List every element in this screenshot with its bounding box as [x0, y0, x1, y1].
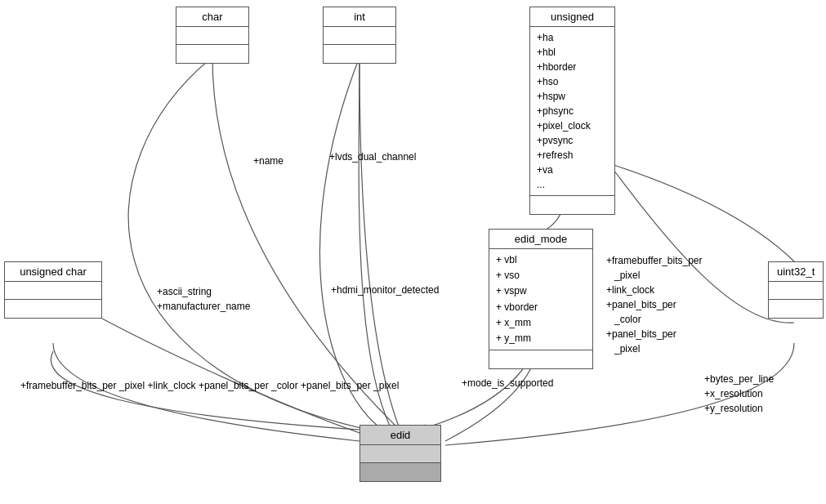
edid-mode-section-2	[489, 350, 592, 368]
uint32t-box: uint32_t	[768, 261, 824, 319]
char-section-2	[176, 45, 248, 63]
edid-mode-section-attrs: + vbl+ vso+ vspw+ vborder+ x_mm+ y_mm	[489, 249, 592, 350]
edid-box: edid	[359, 425, 441, 482]
label-name: +name	[253, 155, 284, 167]
label-mode-supported: +framebuffer_bits_per _pixel +link_clock…	[20, 380, 399, 391]
label-mode: +mode_is_supported	[462, 377, 553, 389]
unsigned-section-attrs: +ha +hbl +hborder +hso +hspw +phsync +pi…	[530, 27, 614, 196]
uint32t-title: uint32_t	[769, 262, 823, 282]
int-title: int	[324, 7, 395, 27]
unsigned-char-title: unsigned char	[5, 262, 101, 282]
label-bytes: +bytes_per_line+x_resolution+y_resolutio…	[704, 372, 774, 416]
char-box: char	[176, 7, 249, 64]
label-lvds: +lvds_dual_channel	[329, 151, 416, 163]
label-ascii: +ascii_string+manufacturer_name	[157, 284, 250, 314]
edid-section-1	[360, 445, 440, 463]
edid-mode-box: edid_mode + vbl+ vso+ vspw+ vborder+ x_m…	[489, 229, 593, 369]
char-title: char	[176, 7, 248, 27]
unsigned-title: unsigned	[530, 7, 614, 27]
edid-section-2	[360, 463, 440, 481]
uint32t-section-1	[769, 282, 823, 300]
char-section-1	[176, 27, 248, 45]
uint32t-section-2	[769, 300, 823, 318]
unsigned-char-section-1	[5, 282, 101, 300]
unsigned-char-box: unsigned char	[4, 261, 102, 319]
label-hdmi: +hdmi_monitor_detected	[331, 284, 439, 296]
edid-title: edid	[360, 426, 440, 445]
edid-mode-title: edid_mode	[489, 230, 592, 249]
diagram-container: char int unsigned +ha +hbl +hborder +hso…	[0, 0, 826, 504]
unsigned-char-section-2	[5, 300, 101, 318]
int-box: int	[323, 7, 396, 64]
label-framebuffer: +framebuffer_bits_per _pixel+link_clock+…	[606, 253, 703, 356]
int-section-1	[324, 27, 395, 45]
int-section-2	[324, 45, 395, 63]
unsigned-section-2	[530, 196, 614, 214]
unsigned-box: unsigned +ha +hbl +hborder +hso +hspw +p…	[529, 7, 615, 215]
